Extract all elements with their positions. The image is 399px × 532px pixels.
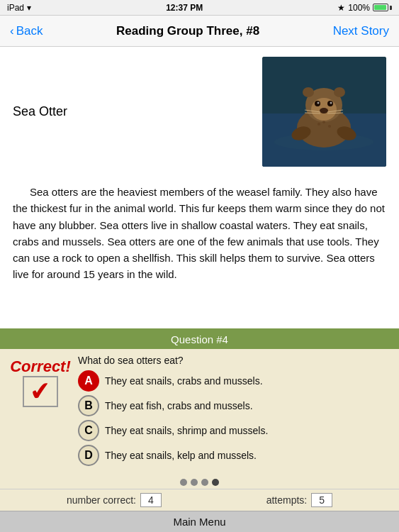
nav-bar: ‹ Back Reading Group Three, #8 Next Stor… [0, 16, 399, 47]
correct-box: ✔ [23, 376, 58, 407]
number-correct-label: number correct: [67, 494, 136, 506]
back-chevron-icon: ‹ [10, 24, 14, 38]
dot-4[interactable] [212, 479, 219, 486]
number-correct-item: number correct: 4 [67, 493, 162, 507]
story-text: Sea otters are the heaviest members of t… [13, 174, 386, 290]
answer-text-c: They eat snails, shrimp and mussels. [105, 425, 268, 436]
svg-point-12 [320, 108, 328, 113]
svg-point-5 [303, 87, 314, 97]
battery-icon [373, 4, 392, 11]
score-bar: number correct: 4 attempts: 5 [0, 489, 399, 511]
dot-1[interactable] [180, 479, 187, 486]
answer-text-d: They eat snails, kelp and mussels. [105, 450, 257, 461]
status-bar-time: 12:37 PM [166, 3, 203, 13]
back-label: Back [16, 24, 43, 38]
svg-point-11 [330, 102, 332, 104]
checkmark-icon: ✔ [28, 378, 52, 405]
main-menu-button[interactable]: Main Menu [173, 516, 225, 528]
attempts-label: attempts: [266, 494, 308, 506]
answer-row-a[interactable]: A They eat snails, crabs and mussels. [78, 370, 390, 392]
footer-bar[interactable]: Main Menu [0, 511, 399, 532]
status-bar-right: ★ 100% [337, 3, 392, 13]
answer-bubble-b[interactable]: B [78, 395, 99, 416]
question-text: What do sea otters eat? [78, 355, 390, 366]
answer-bubble-d[interactable]: D [78, 445, 99, 466]
battery-percent: 100% [348, 3, 370, 13]
story-header: Sea Otter [13, 47, 386, 174]
dot-2[interactable] [191, 479, 198, 486]
svg-point-20 [328, 125, 331, 128]
status-bar: iPad ▾ 12:37 PM ★ 100% [0, 0, 399, 16]
correct-badge: Correct! ✔ [9, 355, 72, 407]
question-header: Question #4 [0, 330, 399, 349]
question-body: Correct! ✔ What do sea otters eat? A The… [0, 349, 399, 475]
answer-bubble-c[interactable]: C [78, 420, 99, 441]
answers-area: What do sea otters eat? A They eat snail… [78, 355, 390, 470]
correct-label: Correct! [10, 358, 71, 376]
answer-row-c[interactable]: C They eat snails, shrimp and mussels. [78, 420, 390, 441]
bluetooth-icon: ★ [337, 3, 345, 13]
story-title: Sea Otter [13, 104, 248, 119]
content-area: Sea Otter [0, 47, 399, 290]
story-image [262, 57, 386, 167]
attempts-value: 5 [311, 493, 332, 507]
back-button[interactable]: ‹ Back [10, 24, 43, 38]
dot-3[interactable] [201, 479, 208, 486]
next-story-button[interactable]: Next Story [333, 24, 389, 38]
nav-title: Reading Group Three, #8 [116, 24, 259, 38]
answer-row-d[interactable]: D They eat snails, kelp and mussels. [78, 445, 390, 466]
svg-point-21 [322, 121, 325, 123]
question-panel: Question #4 Correct! ✔ What do sea otter… [0, 328, 399, 532]
svg-point-6 [334, 87, 345, 97]
svg-point-19 [317, 123, 320, 126]
number-correct-value: 4 [140, 493, 162, 507]
svg-point-10 [317, 102, 320, 104]
attempts-item: attempts: 5 [266, 493, 332, 507]
progress-dots [0, 475, 399, 489]
answer-text-a: They eat snails, crabs and mussels. [105, 375, 263, 387]
answer-row-b[interactable]: B They eat fish, crabs and mussels. [78, 395, 390, 416]
answer-bubble-a[interactable]: A [78, 370, 99, 392]
answer-text-b: They eat fish, crabs and mussels. [105, 400, 253, 411]
device-label: iPad [7, 3, 24, 13]
status-bar-left: iPad ▾ [7, 3, 31, 13]
wifi-icon: ▾ [27, 3, 31, 13]
